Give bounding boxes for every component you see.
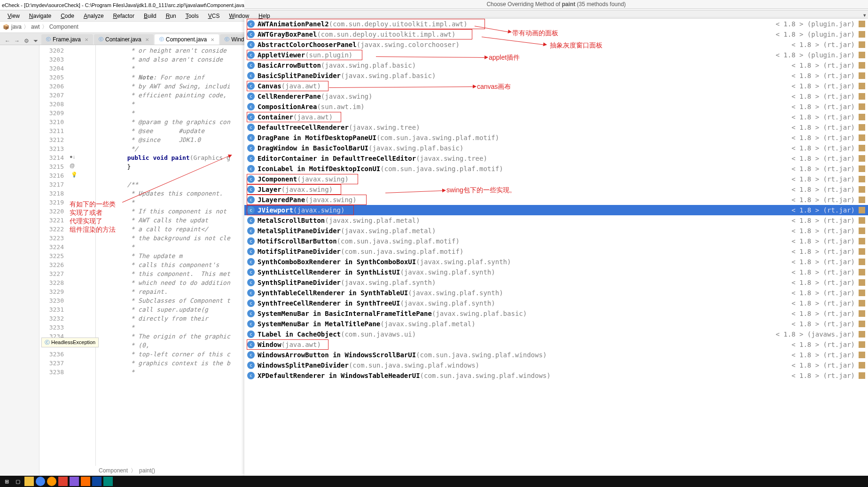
class-icon: c [247,41,255,48]
jar-icon [859,114,865,120]
class-icon: c [247,279,255,286]
annotation: 有如下的一些类 实现了或者 代理实现了 组件渲染的方法 [70,200,116,234]
class-icon: c [247,186,255,193]
forward-icon[interactable]: → [13,37,21,45]
override-method-item[interactable]: cWindowsSplitPaneDivider (com.sun.java.s… [244,360,868,370]
override-method-item[interactable]: cSynthTableCellRenderer in SynthTableUI … [244,288,868,298]
class-icon: c [247,196,255,204]
line-numbers: 3202320332043205320632073208320932103211… [39,45,68,476]
editor-tab[interactable]: ⓒFrame.java✕ [41,34,93,45]
file-icon: ⓒ [46,36,51,43]
close-icon[interactable]: ✕ [145,37,149,42]
bottom-breadcrumb: Component〉paint() [94,466,160,476]
class-icon: c [247,134,255,141]
jar-icon [859,83,865,89]
jar-icon [859,93,865,100]
class-icon: c [247,372,255,379]
override-method-item[interactable]: cXPDefaultRenderer in WindowsTableHeader… [244,370,868,381]
override-method-item[interactable]: cAWTAnimationPanel2 (com.sun.deploy.uito… [244,19,868,29]
breadcrumb-item[interactable]: Component [49,24,78,30]
override-method-item[interactable]: cSystemMenuBar in BasicInternalFrameTitl… [244,308,868,319]
package-icon: 📦 [3,24,9,30]
override-method-item[interactable]: cSynthListCellRenderer in SynthListUI (j… [244,267,868,277]
breadcrumb-item[interactable]: awt [31,24,40,30]
override-method-item[interactable]: cSynthComboBoxRenderer in SynthComboBoxU… [244,257,868,267]
override-method-item[interactable]: cJLayer (javax.swing)< 1.8 > (rt.jar) [244,184,868,195]
menu-view[interactable]: View [3,12,24,20]
override-method-item[interactable]: cJComponent (javax.swing)< 1.8 > (rt.jar… [244,174,868,184]
override-method-item[interactable]: cMetalSplitPaneDivider (javax.swing.plaf… [244,226,868,236]
jar-icon [859,145,865,151]
collapse-icon[interactable]: ⏷ [32,37,39,45]
override-method-item[interactable]: cCanvas (java.awt)< 1.8 > (rt.jar) [244,81,868,91]
class-icon: c [247,72,255,79]
jar-icon [859,176,865,182]
jar-icon [859,52,865,58]
class-icon: c [247,144,255,152]
override-method-item[interactable]: cTLabel in CacheObject (com.sun.javaws.u… [244,329,868,339]
jar-icon [859,248,865,255]
menu-vcs[interactable]: VCS [203,12,225,20]
file-icon: ⓒ [225,36,229,43]
override-method-item[interactable]: cSynthTreeCellRenderer in SynthTreeUI (j… [244,298,868,308]
class-icon: c [247,93,255,100]
jar-icon [859,310,865,317]
override-method-item[interactable]: cAppletViewer (sun.plugin)< 1.8 > (plugi… [244,50,868,60]
override-method-item[interactable]: cMotifSplitPaneDivider (com.sun.java.swi… [244,246,868,257]
override-method-item[interactable]: cSystemMenuBar in MetalTitlePane (javax.… [244,319,868,329]
jar-icon [859,300,865,306]
jar-icon [859,186,865,193]
override-method-item[interactable]: cMetalScrollButton (javax.swing.plaf.met… [244,215,868,226]
close-icon[interactable]: ✕ [211,37,214,42]
jar-icon [859,72,865,79]
breadcrumb-item[interactable]: java [11,24,22,30]
class-icon: c [247,217,255,224]
menu-refactor[interactable]: Refactor [109,12,139,20]
menu-code[interactable]: Code [56,12,79,20]
back-icon[interactable]: ← [4,37,11,45]
menu-analyze[interactable]: Analyze [79,12,109,20]
override-method-item[interactable]: cContainer (java.awt)< 1.8 > (rt.jar) [244,112,868,122]
class-icon: c [247,82,255,90]
jar-icon [859,124,865,131]
override-method-item[interactable]: cWindow (java.awt)< 1.8 > (rt.jar) [244,339,868,350]
jar-icon [859,331,865,338]
annotation: applet插件 [489,54,520,62]
override-method-item[interactable]: cDragPane in MotifDesktopPaneUI (com.sun… [244,133,868,143]
override-method-item[interactable]: cBasicSplitPaneDivider (javax.swing.plaf… [244,71,868,81]
jar-icon [859,103,865,110]
jar-icon [859,341,865,348]
gear-icon[interactable]: ⚙ [23,37,30,45]
override-method-item[interactable]: cDragWindow in BasicToolBarUI (javax.swi… [244,143,868,153]
menu-tools[interactable]: Tools [181,12,203,20]
class-icon: c [247,31,255,38]
class-icon: c [247,320,255,328]
override-method-item[interactable]: cSynthSplitPaneDivider (javax.swing.plaf… [244,277,868,288]
override-method-item[interactable]: cJViewport (javax.swing)< 1.8 > (rt.jar) [244,205,868,215]
jar-icon [859,352,865,358]
override-method-item[interactable]: cDefaultTreeCellRenderer (javax.swing.tr… [244,122,868,133]
jar-icon [859,196,865,203]
override-method-item[interactable]: cBasicArrowButton (javax.swing.plaf.basi… [244,60,868,71]
close-icon[interactable]: ✕ [85,37,88,42]
override-method-item[interactable]: cJLayeredPane (javax.swing)< 1.8 > (rt.j… [244,195,868,205]
override-method-item[interactable]: cCellRendererPane (javax.swing)< 1.8 > (… [244,91,868,102]
jar-icon [859,217,865,224]
override-popup-title: Choose Overriding Method of paint (35 me… [244,0,868,9]
menu-build[interactable]: Build [139,12,161,20]
jar-icon [859,21,865,27]
menu-navigate[interactable]: Navigate [24,12,56,20]
expand-icon[interactable]: ▾ [863,12,866,18]
override-method-item[interactable]: cCompositionArea (sun.awt.im)< 1.8 > (rt… [244,102,868,112]
class-icon: c [247,310,255,317]
class-icon: c [247,20,255,28]
menu-run[interactable]: Run [161,12,181,20]
override-method-item[interactable]: cEditorContainer in DefaultTreeCellEdito… [244,153,868,164]
editor-tab[interactable]: ⓒContainer.java✕ [94,34,154,45]
override-method-item[interactable]: cWindowsArrowButton in WindowsScrollBarU… [244,350,868,360]
override-method-item[interactable]: cMotifScrollBarButton (com.sun.java.swin… [244,236,868,246]
editor-tab[interactable]: ⓒComponent.java✕ [155,34,219,45]
class-icon: c [247,51,255,59]
override-method-item[interactable]: cIconLabel in MotifDesktopIconUI (com.su… [244,164,868,174]
class-icon: c [247,124,255,131]
